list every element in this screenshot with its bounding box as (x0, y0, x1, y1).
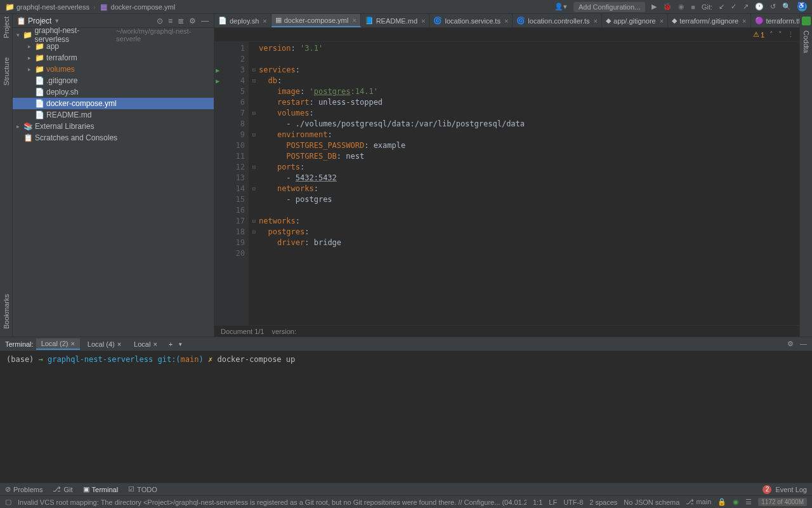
tree-item-deploy[interactable]: 📄deploy.sh (13, 86, 214, 98)
problems-button[interactable]: ⊘Problems (5, 485, 43, 493)
user-icon[interactable]: 👤▾ (554, 3, 567, 11)
debug-icon[interactable]: 🐞 (663, 3, 672, 11)
close-icon[interactable]: × (352, 17, 356, 24)
tree-item-terraform[interactable]: ▸📁terraform (13, 52, 214, 64)
run-config-button[interactable]: Add Configuration... (573, 2, 645, 12)
editor-more-icon[interactable]: ⋮ (787, 30, 794, 39)
tree-item-volumes[interactable]: ▸📁volumes (13, 64, 214, 75)
breadcrumb-file-label: docker-compose.yml (111, 3, 175, 11)
right-rail: Coddta (799, 14, 812, 337)
next-highlight-icon[interactable]: ˅ (778, 30, 782, 39)
lock-icon[interactable]: 🔒 (717, 498, 726, 506)
terminal-tabs: Terminal: Local (2) × Local (4) × Local … (0, 337, 812, 351)
status-icon[interactable]: ▢ (5, 498, 11, 506)
terminal-tool-button[interactable]: ▣Terminal (83, 485, 119, 493)
settings-icon[interactable]: ⚙ (188, 17, 197, 25)
close-icon[interactable]: × (504, 17, 508, 25)
stop-icon[interactable]: ■ (691, 3, 695, 11)
status-message[interactable]: Invalid VCS root mapping: The directory … (18, 498, 527, 506)
git-update-icon[interactable]: ↙ (719, 3, 724, 11)
editor-tab-1[interactable]: ▦docker-compose.yml× (272, 14, 361, 27)
tree-scratches[interactable]: 📋Scratches and Consoles (13, 132, 214, 144)
tree-item-gitignore[interactable]: 📄.gitignore (13, 75, 214, 86)
event-log-button[interactable]: Event Log (775, 486, 807, 493)
terminal-hide-icon[interactable]: — (800, 340, 807, 348)
new-tab-icon[interactable]: + (165, 340, 176, 348)
coverage-icon[interactable]: ◉ (678, 3, 684, 11)
locate-icon[interactable]: ⊙ (155, 17, 164, 25)
editor-code[interactable]: version: '3.1' services: db: image: 'pos… (249, 42, 799, 325)
project-tool-button[interactable]: Project (3, 17, 10, 38)
coddta-tool-button[interactable]: Coddta (802, 30, 810, 53)
sync-icon[interactable]: ☰ (745, 498, 752, 506)
git-push-icon[interactable]: ↗ (743, 3, 749, 11)
editor-tab-6[interactable]: ◆terraform/.gitignore× (668, 14, 750, 27)
json-schema[interactable]: No JSON schema (624, 498, 679, 506)
line-ending[interactable]: LF (549, 498, 557, 506)
tree-ext-libs[interactable]: ▸📚External Libraries (13, 121, 214, 132)
collapse-icon[interactable]: ≣ (176, 17, 185, 25)
terminal-tab-2[interactable]: Local × (129, 339, 162, 349)
encoding[interactable]: UTF-8 (563, 498, 583, 506)
breadcrumb-file[interactable]: ▦ docker-compose.yml (100, 3, 175, 11)
hide-icon[interactable]: — (200, 17, 210, 25)
editor-area: 📄deploy.sh×▦docker-compose.yml×📘README.m… (214, 14, 799, 337)
git-commit-icon[interactable]: ✓ (731, 3, 737, 11)
structure-tool-button[interactable]: Structure (3, 57, 10, 86)
warnings-badge[interactable]: ⚠ 1 (753, 30, 764, 39)
file-icon: 🟣 (755, 17, 764, 25)
close-icon[interactable]: × (70, 340, 74, 347)
tab-label: location.controller.ts (528, 17, 589, 25)
tree-root-path: ~/work/my/graphql-nest-serverle (116, 27, 214, 43)
indicator-icon[interactable]: ◉ (733, 498, 739, 506)
breadcrumb-project-label: graphql-nest-serverless (16, 3, 89, 11)
accessibility-icon[interactable]: ♿ (797, 2, 807, 11)
editor-tab-4[interactable]: 🌀location.controller.ts× (513, 14, 602, 27)
close-icon[interactable]: × (263, 17, 266, 25)
breadcrumb-project[interactable]: 📁 graphql-nest-serverless (5, 3, 89, 11)
rollback-icon[interactable]: ↺ (770, 3, 776, 11)
indent-setting[interactable]: 2 spaces (589, 498, 617, 506)
todo-tool-button[interactable]: ☑TODO (128, 485, 157, 493)
expand-icon[interactable]: ≡ (167, 17, 174, 25)
close-icon[interactable]: × (742, 17, 746, 25)
editor-tab-7[interactable]: 🟣terraform.tfvars× (751, 14, 800, 27)
editor-tab-3[interactable]: 🌀location.service.ts× (429, 14, 513, 27)
terminal-tab-1[interactable]: Local (4) × (82, 339, 126, 349)
search-icon[interactable]: 🔍 (782, 3, 791, 11)
project-tree[interactable]: ▾📁 graphql-nest-serverless ~/work/my/gra… (13, 28, 214, 145)
tree-item-readme[interactable]: 📄README.md (13, 109, 214, 121)
tree-root[interactable]: ▾📁 graphql-nest-serverless ~/work/my/gra… (13, 29, 214, 41)
close-icon[interactable]: × (153, 340, 157, 348)
editor-tab-5[interactable]: ◆app/.gitignore× (602, 14, 668, 27)
close-icon[interactable]: × (421, 17, 425, 25)
tab-dropdown-icon[interactable]: ▾ (179, 341, 182, 347)
tab-label: terraform.tfvars (766, 17, 800, 25)
sidebar-title: Project (28, 17, 51, 25)
terminal-tab-0[interactable]: Local (2) × (36, 338, 80, 350)
code-editor[interactable]: 12▶3⊟▶4⊟567⊟89⊟101112⊟1314⊟151617⊟18⊟192… (214, 42, 799, 325)
run-icon[interactable]: ▶ (652, 3, 657, 11)
git-tool-button[interactable]: ⎇Git (53, 485, 72, 493)
close-icon[interactable]: × (117, 340, 121, 348)
terminal-settings-icon[interactable]: ⚙ (787, 340, 794, 348)
git-icon: ⎇ (53, 485, 61, 493)
editor-tab-0[interactable]: 📄deploy.sh× (214, 14, 272, 27)
top-bar: 📁 graphql-nest-serverless › ▦ docker-com… (0, 0, 812, 14)
close-icon[interactable]: × (594, 17, 598, 25)
problems-icon: ⊘ (5, 485, 11, 493)
caret-position[interactable]: 1:1 (533, 498, 542, 506)
git-branch-status[interactable]: ⎇ main (686, 498, 711, 506)
editor-tab-2[interactable]: 📘README.md× (361, 14, 430, 27)
close-icon[interactable]: × (660, 17, 664, 25)
bookmarks-tool-button[interactable]: Bookmarks (3, 294, 10, 329)
todo-icon: ☑ (128, 485, 134, 493)
chevron-down-icon[interactable]: ▼ (54, 18, 60, 24)
prev-highlight-icon[interactable]: ˄ (769, 30, 773, 39)
tree-item-docker-compose[interactable]: 📄docker-compose.yml (13, 98, 214, 109)
git-history-icon[interactable]: 🕐 (755, 3, 764, 11)
terminal-body[interactable]: (base) → graphql-nest-serverless git:(ma… (0, 351, 812, 483)
editor-gutter[interactable]: 12▶3⊟▶4⊟567⊟89⊟101112⊟1314⊟151617⊟18⊟192… (214, 42, 249, 325)
memory-indicator[interactable]: 1172 of 4000M (758, 498, 807, 506)
ai-assistant-icon[interactable] (802, 17, 811, 25)
